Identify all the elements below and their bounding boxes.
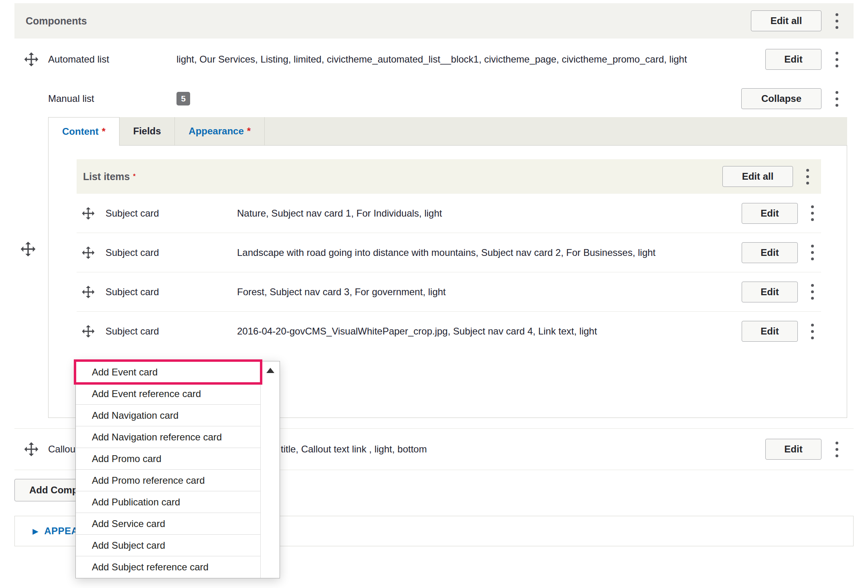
drag-handle-icon[interactable] (81, 246, 95, 260)
edit-button[interactable]: Edit (742, 242, 798, 263)
dropdown-scrollbar[interactable] (260, 361, 280, 578)
tab-label: Content (62, 126, 99, 137)
components-header: Components Edit all (14, 3, 854, 39)
list-items-header: List items * Edit all (77, 159, 821, 194)
add-card-dropdown: Add Event card Add Event reference card … (75, 361, 280, 578)
edit-button[interactable]: Edit (742, 321, 798, 342)
tab-label: Appearance (189, 126, 243, 137)
highlight-annotation (74, 359, 262, 385)
card-type-label: Subject card (105, 208, 237, 219)
card-type-label: Subject card (105, 247, 237, 258)
edit-button[interactable]: Edit (765, 439, 821, 460)
kebab-menu-icon[interactable] (799, 166, 816, 187)
dropdown-option[interactable]: Add Promo reference card (76, 470, 260, 491)
drag-handle-icon[interactable] (24, 52, 39, 67)
dropdown-option[interactable]: Add Publication card (76, 491, 260, 513)
paragraph-type-label: Manual list (48, 93, 176, 104)
kebab-menu-icon[interactable] (803, 242, 821, 263)
kebab-menu-icon[interactable] (803, 282, 821, 302)
scroll-up-icon[interactable] (266, 368, 274, 373)
triangle-right-icon: ▶ (32, 527, 39, 536)
drag-handle-icon[interactable] (81, 207, 95, 220)
paragraph-type-label: Automated list (48, 54, 176, 65)
dropdown-option[interactable]: Add Service card (76, 513, 260, 535)
tab-bar: Content * Fields Appearance * (48, 117, 847, 145)
list-item-row: Subject card Nature, Subject nav card 1,… (77, 194, 821, 233)
kebab-menu-icon[interactable] (803, 203, 821, 224)
dropdown-option[interactable]: Add Subject card (76, 535, 260, 556)
drag-handle-icon[interactable] (24, 442, 39, 457)
collapse-button[interactable]: Collapse (741, 88, 821, 109)
edit-button[interactable]: Edit (742, 282, 798, 302)
edit-button[interactable]: Edit (765, 49, 821, 70)
required-marker: * (133, 173, 136, 180)
kebab-menu-icon[interactable] (803, 321, 821, 342)
tab-content[interactable]: Content * (48, 117, 120, 146)
drag-handle-icon[interactable] (81, 285, 95, 299)
kebab-menu-icon[interactable] (828, 88, 846, 109)
card-summary: 2016-04-20-govCMS_VisualWhitePaper_crop.… (237, 326, 742, 337)
card-summary: Landscape with road going into distance … (237, 247, 742, 258)
components-title: Components (26, 15, 87, 27)
item-count-badge: 5 (176, 92, 190, 105)
card-type-label: Subject card (105, 326, 237, 337)
list-items-edit-all-button[interactable]: Edit all (722, 166, 793, 187)
list-items-title: List items (83, 171, 130, 182)
tab-appearance[interactable]: Appearance * (175, 117, 265, 145)
edit-button[interactable]: Edit (742, 203, 798, 224)
list-item-row: Subject card 2016-04-20-govCMS_VisualWhi… (77, 312, 821, 351)
required-marker: * (102, 126, 105, 137)
list-item-row: Subject card Forest, Subject nav card 3,… (77, 272, 821, 312)
tab-fields[interactable]: Fields (120, 117, 175, 145)
drag-handle-icon[interactable] (81, 324, 95, 338)
tab-label: Fields (133, 126, 161, 137)
card-type-label: Subject card (105, 286, 237, 298)
paragraph-row-automated-list: Automated list light, Our Services, List… (14, 39, 854, 80)
paragraph-summary: light, Our Services, Listing, limited, c… (176, 54, 765, 65)
dropdown-option[interactable]: Add Navigation reference card (76, 426, 260, 448)
manual-list-header: Manual list 5 Collapse (14, 80, 854, 117)
dropdown-option[interactable]: Add Event card (76, 361, 260, 383)
components-kebab-menu-icon[interactable] (828, 10, 846, 31)
dropdown-option-list: Add Event card Add Event reference card … (76, 361, 260, 578)
dropdown-option[interactable]: Add Subject reference card (76, 556, 260, 578)
required-marker: * (247, 126, 251, 137)
dropdown-option[interactable]: Add Navigation card (76, 405, 260, 426)
dropdown-option[interactable]: Add Promo card (76, 448, 260, 470)
kebab-menu-icon[interactable] (828, 439, 846, 460)
card-summary: Forest, Subject nav card 3, For governme… (237, 286, 742, 298)
card-summary: Nature, Subject nav card 1, For Individu… (237, 208, 742, 219)
list-item-row: Subject card Landscape with road going i… (77, 233, 821, 272)
dropdown-option[interactable]: Add Event reference card (76, 383, 260, 405)
components-edit-all-button[interactable]: Edit all (751, 10, 821, 31)
kebab-menu-icon[interactable] (828, 49, 846, 70)
drag-handle-icon[interactable] (20, 241, 36, 257)
